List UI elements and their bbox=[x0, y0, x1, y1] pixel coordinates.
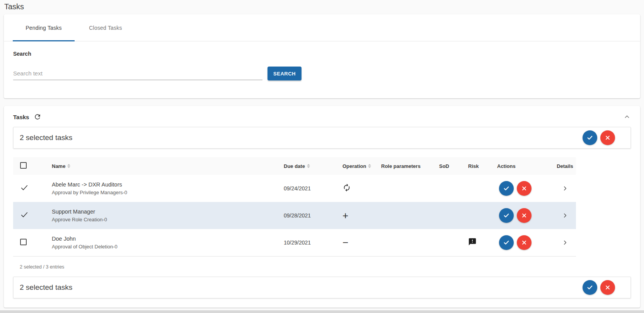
task-due-date: 10/29/2021 bbox=[284, 239, 342, 246]
column-label: Due date bbox=[284, 163, 305, 169]
select-all-checkbox[interactable] bbox=[20, 162, 27, 169]
sort-icon bbox=[368, 164, 371, 168]
task-subtitle: Approval by Privilege Managers-0 bbox=[52, 190, 284, 195]
table-row[interactable]: Doe John Approval of Object Deletion-0 1… bbox=[13, 229, 576, 256]
sort-icon bbox=[307, 164, 310, 168]
column-header-operation[interactable]: Operation bbox=[342, 163, 381, 169]
selection-count-text: 2 selected tasks bbox=[20, 283, 72, 292]
approve-task-button[interactable] bbox=[499, 181, 514, 196]
check-icon bbox=[503, 212, 510, 219]
column-label: Name bbox=[52, 163, 65, 169]
reject-task-button[interactable] bbox=[517, 235, 532, 250]
column-header-sod: SoD bbox=[439, 163, 468, 169]
column-label: Actions bbox=[497, 163, 516, 169]
search-card: Pending Tasks Closed Tasks Search SEARCH bbox=[4, 14, 640, 98]
task-name: Doe John bbox=[52, 236, 284, 242]
search-label: Search bbox=[13, 51, 631, 57]
column-label: Role parameters bbox=[381, 163, 421, 169]
operation-remove-icon: − bbox=[342, 237, 348, 248]
details-button[interactable] bbox=[562, 185, 569, 192]
search-input[interactable] bbox=[13, 67, 262, 80]
column-header-risk: Risk bbox=[468, 163, 497, 169]
operation-modify-icon bbox=[342, 183, 351, 192]
chevron-up-icon bbox=[623, 113, 631, 121]
column-label: SoD bbox=[439, 163, 449, 169]
close-icon bbox=[521, 185, 527, 192]
row-checkbox-unchecked[interactable] bbox=[20, 239, 27, 245]
tasks-panel-title: Tasks bbox=[13, 114, 29, 120]
table-row[interactable]: Support Manager Approve Role Creation-0 … bbox=[13, 202, 576, 229]
selection-count-text: 2 selected tasks bbox=[20, 133, 72, 142]
close-icon bbox=[521, 212, 527, 219]
search-section: Search SEARCH bbox=[4, 41, 640, 98]
table-row[interactable]: Abele Marc -> DXR Auditors Approval by P… bbox=[13, 175, 576, 202]
approve-selected-button[interactable] bbox=[583, 130, 597, 145]
column-header-details: Details bbox=[554, 163, 576, 169]
window-bottom-edge bbox=[0, 310, 644, 313]
sort-icon bbox=[67, 164, 70, 168]
task-subtitle: Approval of Object Deletion-0 bbox=[52, 244, 284, 250]
check-icon bbox=[586, 134, 593, 141]
tasks-card: Tasks 2 selected tasks bbox=[4, 106, 640, 308]
selection-bar-top: 2 selected tasks bbox=[13, 127, 631, 149]
tab-closed-tasks[interactable]: Closed Tasks bbox=[75, 14, 136, 41]
tabs-row: Pending Tasks Closed Tasks bbox=[4, 14, 640, 41]
row-checkbox-checked[interactable] bbox=[20, 210, 29, 219]
chevron-right-icon bbox=[562, 185, 569, 192]
reject-task-button[interactable] bbox=[517, 181, 532, 196]
collapse-panel-button[interactable] bbox=[623, 113, 631, 121]
details-button[interactable] bbox=[562, 239, 569, 246]
column-header-name[interactable]: Name bbox=[52, 163, 284, 169]
risk-warning-icon bbox=[468, 238, 477, 246]
column-header-role-parameters: Role parameters bbox=[381, 163, 439, 169]
close-icon bbox=[521, 239, 527, 246]
reject-selected-button[interactable] bbox=[600, 130, 615, 145]
entries-summary: 2 selected / 3 entries bbox=[13, 264, 631, 270]
search-button[interactable]: SEARCH bbox=[267, 67, 302, 80]
refresh-button[interactable] bbox=[34, 113, 41, 121]
operation-add-icon: + bbox=[342, 210, 348, 221]
column-label: Risk bbox=[468, 163, 479, 169]
close-icon bbox=[605, 284, 611, 291]
approve-selected-button[interactable] bbox=[583, 280, 597, 295]
approve-task-button[interactable] bbox=[499, 208, 514, 223]
tasks-table: Name Due date Operation Role parameters … bbox=[13, 157, 576, 257]
selection-bar-bottom: 2 selected tasks bbox=[13, 277, 631, 298]
column-header-due-date[interactable]: Due date bbox=[284, 163, 342, 169]
chevron-right-icon bbox=[562, 212, 569, 219]
row-checkbox-checked[interactable] bbox=[20, 183, 29, 192]
refresh-icon bbox=[34, 113, 41, 121]
column-label: Operation bbox=[342, 163, 366, 169]
check-icon bbox=[586, 284, 593, 291]
task-name: Abele Marc -> DXR Auditors bbox=[52, 181, 284, 188]
task-name: Support Manager bbox=[52, 209, 284, 215]
task-due-date: 09/28/2021 bbox=[284, 212, 342, 219]
column-label: Details bbox=[557, 163, 573, 169]
column-header-actions: Actions bbox=[497, 163, 554, 169]
reject-selected-button[interactable] bbox=[600, 280, 615, 295]
chevron-right-icon bbox=[562, 239, 569, 246]
check-icon bbox=[503, 239, 510, 246]
details-button[interactable] bbox=[562, 212, 569, 219]
page-title: Tasks bbox=[0, 0, 644, 14]
close-icon bbox=[605, 135, 611, 141]
check-icon bbox=[503, 185, 510, 192]
table-header-row: Name Due date Operation Role parameters … bbox=[13, 157, 576, 175]
task-subtitle: Approve Role Creation-0 bbox=[52, 217, 284, 222]
approve-task-button[interactable] bbox=[499, 235, 514, 250]
task-due-date: 09/24/2021 bbox=[284, 185, 342, 192]
reject-task-button[interactable] bbox=[517, 208, 532, 223]
tab-pending-tasks[interactable]: Pending Tasks bbox=[13, 14, 75, 41]
tasks-panel-header: Tasks bbox=[13, 112, 631, 121]
